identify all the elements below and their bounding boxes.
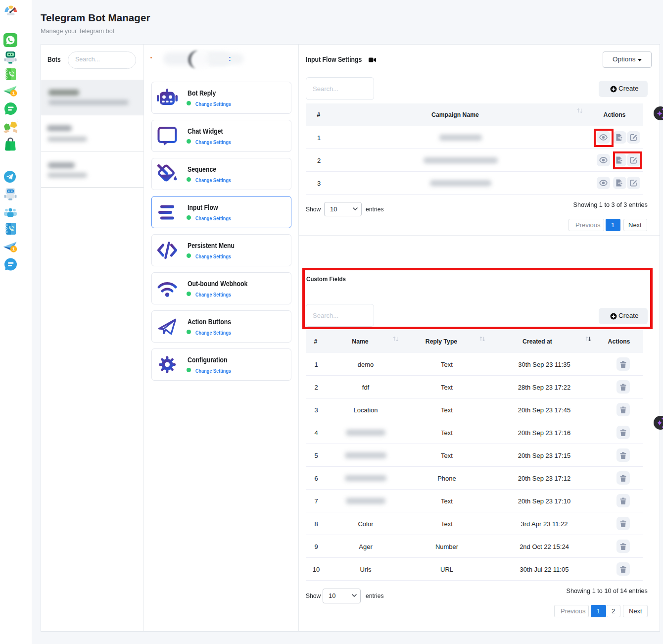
svg-text:1: 1 (12, 91, 15, 96)
svg-text:1: 1 (12, 247, 15, 251)
